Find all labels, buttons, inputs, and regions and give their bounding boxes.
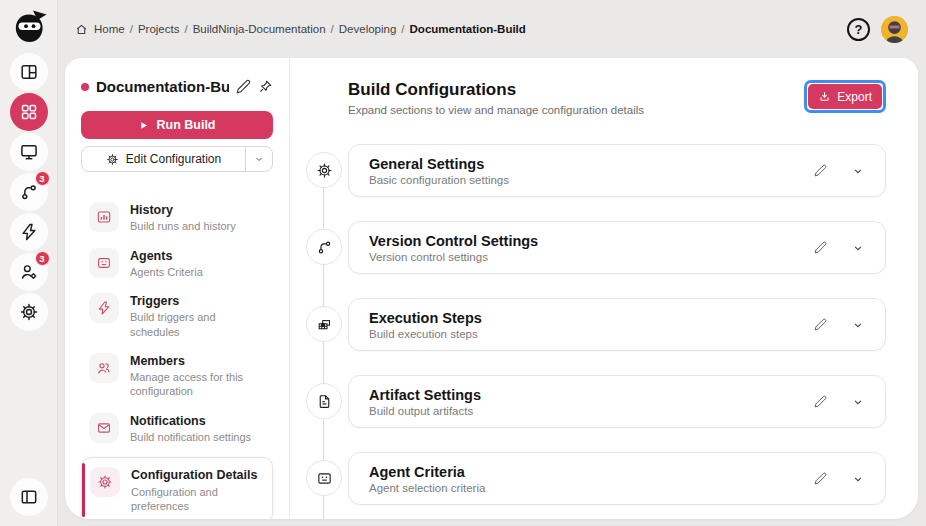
gear-icon (306, 152, 342, 188)
page-subtitle: Expand sections to view and manage confi… (348, 104, 644, 116)
expand-section-button[interactable] (851, 241, 865, 255)
sidebar-item-label: Notifications (130, 413, 251, 429)
chevron-down-icon (851, 395, 865, 409)
expand-section-button[interactable] (851, 164, 865, 178)
breadcrumb-separator: / (401, 23, 404, 35)
rail-item-projects[interactable] (10, 93, 48, 131)
main-header: Build Configurations Expand sections to … (348, 80, 886, 116)
pencil-icon (814, 472, 827, 485)
chevron-down-icon (851, 318, 865, 332)
rail-item-monitor[interactable] (10, 133, 48, 171)
breadcrumb-projects[interactable]: Projects (138, 23, 180, 35)
section-card[interactable]: Execution Steps Build execution steps (348, 298, 886, 351)
pencil-icon (814, 241, 827, 254)
pencil-icon (814, 318, 827, 331)
sidebar-item-label: Members (130, 353, 265, 369)
git-branch-icon (306, 229, 342, 265)
section-list: General Settings Basic configuration set… (306, 144, 886, 505)
sidebar-item-label: Configuration Details (131, 467, 264, 483)
expand-section-button[interactable] (851, 318, 865, 332)
sidebar-item-agents[interactable]: Agents Agents Criteria (81, 241, 273, 287)
main-panel: Build Configurations Expand sections to … (290, 58, 918, 519)
section-subtitle: Agent selection criteria (369, 482, 814, 494)
export-focus-ring: Export (804, 80, 886, 113)
section-title: Artifact Settings (369, 387, 814, 403)
help-button[interactable]: ? (847, 18, 870, 41)
edit-section-button[interactable] (814, 164, 827, 177)
sidebar-item-description: Build triggers and schedules (130, 310, 265, 339)
expand-section-button[interactable] (851, 472, 865, 486)
gear-icon (90, 467, 120, 497)
chevron-down-icon (851, 241, 865, 255)
sidebar-item-label: Agents (130, 248, 203, 264)
page-title: Build Configurations (348, 80, 644, 100)
file-icon (306, 383, 342, 419)
sidebar-item-configuration-details[interactable]: Configuration Details Configuration and … (81, 457, 273, 519)
breadcrumb-subproject[interactable]: Developing (339, 23, 397, 35)
breadcrumb-project[interactable]: BuildNinja-Documentation (193, 23, 326, 35)
agents-terminal-icon (89, 248, 119, 278)
project-header: Documentation-Bu... (81, 78, 273, 95)
project-name: Documentation-Bu... (96, 78, 229, 95)
sidebar-item-description: Build notification settings (130, 430, 251, 444)
rail-item-pipelines[interactable]: 3 (10, 173, 48, 211)
edit-configuration-button[interactable]: Edit Configuration (82, 147, 245, 171)
sidebar-item-members[interactable]: Members Manage access for this configura… (81, 346, 273, 406)
bolt-icon (89, 293, 119, 323)
section-title: General Settings (369, 156, 814, 172)
pin-project-button[interactable] (258, 79, 273, 94)
collapse-sidebar-button[interactable] (10, 478, 48, 516)
section-subtitle: Version control settings (369, 251, 814, 263)
section-title: Agent Criteria (369, 464, 814, 480)
breadcrumb: Home / Projects / BuildNinja-Documentati… (75, 23, 526, 36)
edit-project-name-button[interactable] (236, 79, 251, 94)
section-card[interactable]: General Settings Basic configuration set… (348, 144, 886, 197)
envelope-icon (89, 413, 119, 443)
sidebar-item-notifications[interactable]: Notifications Build notification setting… (81, 406, 273, 452)
run-build-button[interactable]: Run Build (81, 111, 273, 139)
export-button[interactable]: Export (808, 84, 882, 109)
edit-configuration-split-button: Edit Configuration (81, 146, 273, 172)
section-row-artifact-settings: Artifact Settings Build output artifacts (306, 375, 886, 428)
chevron-down-icon (253, 153, 265, 165)
pipelines-badge: 3 (35, 171, 50, 186)
breadcrumb-home[interactable]: Home (94, 23, 125, 35)
edit-configuration-caret[interactable] (245, 147, 272, 171)
sidebar-item-description: Agents Criteria (130, 265, 203, 279)
edit-section-button[interactable] (814, 472, 827, 485)
section-title: Version Control Settings (369, 233, 814, 249)
breadcrumb-separator: / (130, 23, 133, 35)
rail-item-user-management[interactable]: 3 (10, 253, 48, 291)
edit-section-button[interactable] (814, 318, 827, 331)
users-icon (89, 353, 119, 383)
user-avatar[interactable] (881, 16, 908, 43)
sidebar-item-label: History (130, 202, 236, 218)
sidebar-item-history[interactable]: History Build runs and history (81, 195, 273, 241)
rail-item-settings[interactable] (10, 293, 48, 331)
section-card[interactable]: Agent Criteria Agent selection criteria (348, 452, 886, 505)
section-subtitle: Build execution steps (369, 328, 814, 340)
expand-section-button[interactable] (851, 395, 865, 409)
topbar: Home / Projects / BuildNinja-Documentati… (58, 0, 926, 58)
steps-table-icon (306, 306, 342, 342)
section-row-agent-criteria: Agent Criteria Agent selection criteria (306, 452, 886, 505)
breadcrumb-separator: / (184, 23, 187, 35)
section-card[interactable]: Artifact Settings Build output artifacts (348, 375, 886, 428)
edit-section-button[interactable] (814, 395, 827, 408)
section-row-version-control: Version Control Settings Version control… (306, 221, 886, 274)
icon-rail: 3 3 (0, 0, 58, 526)
pin-icon (258, 79, 273, 94)
chevron-down-icon (851, 164, 865, 178)
agent-terminal-icon (306, 460, 342, 496)
content-card: Documentation-Bu... Run Build Edit (65, 58, 918, 519)
section-title: Execution Steps (369, 310, 814, 326)
breadcrumb-current: Documentation-Build (410, 23, 526, 35)
sidebar-item-triggers[interactable]: Triggers Build triggers and schedules (81, 286, 273, 346)
ninja-logo-icon (9, 8, 49, 48)
sidebar-item-description: Manage access for this configuration (130, 370, 265, 399)
section-card[interactable]: Version Control Settings Version control… (348, 221, 886, 274)
rail-item-dashboard[interactable] (10, 53, 48, 91)
pencil-icon (236, 79, 251, 94)
edit-section-button[interactable] (814, 241, 827, 254)
rail-item-actions[interactable] (10, 213, 48, 251)
